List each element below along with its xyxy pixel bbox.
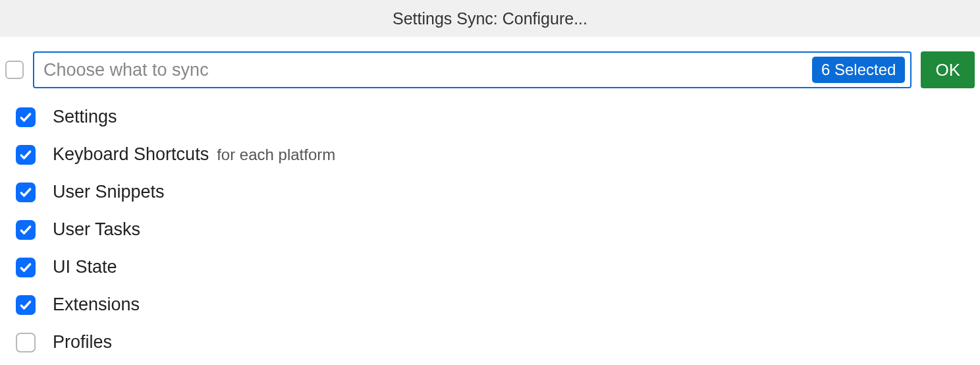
list-item[interactable]: User Tasks: [16, 219, 980, 240]
item-checkbox[interactable]: [16, 295, 36, 315]
item-checkbox[interactable]: [16, 333, 36, 352]
item-text: User Snippets: [53, 182, 165, 202]
dialog-title: Settings Sync: Configure...: [393, 9, 587, 28]
item-text: Keyboard Shortcutsfor each platform: [53, 144, 335, 165]
list-item[interactable]: Settings: [16, 107, 980, 127]
item-label: Extensions: [53, 295, 140, 314]
item-checkbox[interactable]: [16, 220, 36, 240]
list-item[interactable]: UI State: [16, 257, 980, 277]
item-checkbox[interactable]: [16, 182, 36, 202]
search-input-wrap: 6 Selected: [33, 51, 912, 88]
sync-options-list: SettingsKeyboard Shortcutsfor each platf…: [0, 88, 980, 352]
item-checkbox[interactable]: [16, 258, 36, 277]
item-text: User Tasks: [53, 219, 140, 240]
title-bar: Settings Sync: Configure...: [0, 0, 980, 37]
search-row: 6 Selected OK: [0, 37, 980, 88]
select-all-checkbox[interactable]: [5, 61, 24, 79]
item-hint: for each platform: [217, 146, 335, 163]
item-text: Extensions: [53, 295, 140, 315]
item-checkbox[interactable]: [16, 145, 36, 165]
ok-button[interactable]: OK: [921, 51, 975, 88]
item-label: Profiles: [53, 332, 112, 352]
list-item[interactable]: Profiles: [16, 332, 980, 352]
list-item[interactable]: Keyboard Shortcutsfor each platform: [16, 144, 980, 165]
item-text: Settings: [53, 107, 117, 127]
search-input[interactable]: [43, 60, 812, 80]
item-label: Settings: [53, 107, 117, 126]
item-text: UI State: [53, 257, 117, 277]
selected-count-badge: 6 Selected: [812, 57, 905, 83]
item-checkbox[interactable]: [16, 107, 36, 127]
item-label: Keyboard Shortcuts: [53, 144, 209, 164]
list-item[interactable]: User Snippets: [16, 182, 980, 202]
item-label: User Snippets: [53, 182, 165, 202]
list-item[interactable]: Extensions: [16, 295, 980, 315]
item-text: Profiles: [53, 332, 112, 352]
item-label: UI State: [53, 257, 117, 277]
item-label: User Tasks: [53, 219, 140, 239]
